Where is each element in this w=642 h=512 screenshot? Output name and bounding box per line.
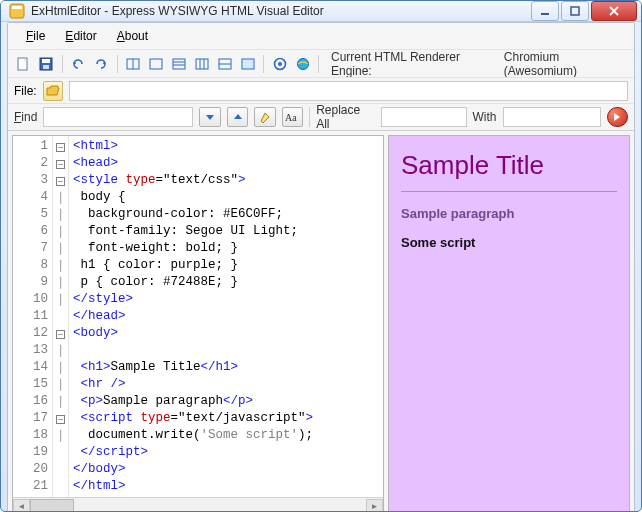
engine-label: Current HTML Renderer Engine: bbox=[331, 50, 494, 78]
highlight-all-icon[interactable] bbox=[254, 107, 275, 127]
redo-icon[interactable] bbox=[92, 54, 111, 74]
scroll-track[interactable] bbox=[30, 499, 366, 513]
main-split: 123456789101112131415161718192021 −−−│││… bbox=[8, 131, 634, 512]
scroll-thumb[interactable] bbox=[30, 499, 74, 513]
layout-single-icon[interactable] bbox=[147, 54, 166, 74]
svg-rect-10 bbox=[150, 59, 162, 69]
preview-hr bbox=[401, 191, 617, 192]
find-next-up-icon[interactable] bbox=[227, 107, 248, 127]
toolbar-sep bbox=[263, 55, 264, 73]
layout-vsplit-icon[interactable] bbox=[192, 54, 211, 74]
engine-value: Chromium (Awesomium) bbox=[504, 50, 628, 78]
svg-rect-3 bbox=[571, 7, 579, 15]
svg-point-21 bbox=[278, 62, 282, 66]
menubar: File Editor About bbox=[8, 23, 634, 49]
app-icon bbox=[9, 3, 25, 19]
code-area[interactable]: <html> <head> <style type="text/css"> bo… bbox=[69, 136, 383, 497]
svg-rect-2 bbox=[541, 13, 549, 15]
minimize-button[interactable] bbox=[531, 1, 559, 21]
menu-file[interactable]: File bbox=[18, 26, 53, 46]
svg-rect-14 bbox=[196, 59, 208, 69]
replace-label: Replace All bbox=[316, 103, 374, 131]
svg-rect-6 bbox=[42, 59, 50, 63]
findbar-sep bbox=[309, 107, 310, 127]
file-label: File: bbox=[14, 84, 37, 98]
toolbar-sep bbox=[318, 55, 319, 73]
undo-icon[interactable] bbox=[69, 54, 88, 74]
menu-about[interactable]: About bbox=[109, 26, 156, 46]
filebar: File: bbox=[8, 77, 634, 103]
client-area: File Editor About Current HTML Renderer … bbox=[7, 22, 635, 512]
file-path-input[interactable] bbox=[69, 81, 628, 101]
horizontal-scrollbar[interactable]: ◄ ► bbox=[13, 497, 383, 512]
layout-split-icon[interactable] bbox=[124, 54, 143, 74]
layout-hsplit-icon[interactable] bbox=[215, 54, 234, 74]
svg-point-22 bbox=[297, 58, 308, 69]
with-input[interactable] bbox=[503, 107, 601, 127]
layout-list-icon[interactable] bbox=[170, 54, 189, 74]
svg-rect-19 bbox=[242, 59, 254, 69]
window-buttons bbox=[529, 1, 637, 21]
svg-rect-7 bbox=[43, 65, 49, 69]
fold-gutter[interactable]: −−−│││││││−││││−│ bbox=[53, 136, 69, 497]
code-editor[interactable]: 123456789101112131415161718192021 −−−│││… bbox=[12, 135, 384, 512]
findbar: Find Aa Replace All With bbox=[8, 103, 634, 131]
menu-editor[interactable]: Editor bbox=[57, 26, 104, 46]
maximize-button[interactable] bbox=[561, 1, 589, 21]
preview-pane: Sample Title Sample paragraph Some scrip… bbox=[388, 135, 630, 512]
window-title: ExHtmlEditor - Express WYSIWYG HTML Visu… bbox=[31, 4, 529, 18]
find-label: Find bbox=[14, 110, 37, 124]
scroll-right-icon[interactable]: ► bbox=[366, 499, 383, 513]
preview-heading: Sample Title bbox=[401, 150, 617, 181]
match-case-icon[interactable]: Aa bbox=[282, 107, 303, 127]
app-window: ExHtmlEditor - Express WYSIWYG HTML Visu… bbox=[0, 0, 642, 512]
replace-go-button[interactable] bbox=[607, 107, 628, 127]
preview-paragraph: Sample paragraph bbox=[401, 206, 617, 221]
open-file-icon[interactable] bbox=[43, 81, 63, 101]
new-file-icon[interactable] bbox=[14, 54, 33, 74]
svg-text:Aa: Aa bbox=[285, 112, 297, 123]
close-button[interactable] bbox=[591, 1, 637, 21]
with-label: With bbox=[473, 110, 497, 124]
toolbar-sep bbox=[62, 55, 63, 73]
chromium-icon[interactable] bbox=[270, 54, 289, 74]
find-next-down-icon[interactable] bbox=[199, 107, 220, 127]
svg-rect-1 bbox=[12, 6, 22, 9]
toolbar-sep bbox=[117, 55, 118, 73]
svg-rect-11 bbox=[173, 59, 185, 69]
ie-icon[interactable] bbox=[293, 54, 312, 74]
replace-input[interactable] bbox=[381, 107, 467, 127]
titlebar: ExHtmlEditor - Express WYSIWYG HTML Visu… bbox=[1, 1, 641, 22]
line-number-gutter: 123456789101112131415161718192021 bbox=[13, 136, 53, 497]
preview-script-output: Some script bbox=[401, 235, 617, 250]
toolbar: Current HTML Renderer Engine: Chromium (… bbox=[8, 49, 634, 77]
scroll-left-icon[interactable]: ◄ bbox=[13, 499, 30, 513]
find-input[interactable] bbox=[43, 107, 193, 127]
layout-preview-icon[interactable] bbox=[238, 54, 257, 74]
save-icon[interactable] bbox=[37, 54, 56, 74]
